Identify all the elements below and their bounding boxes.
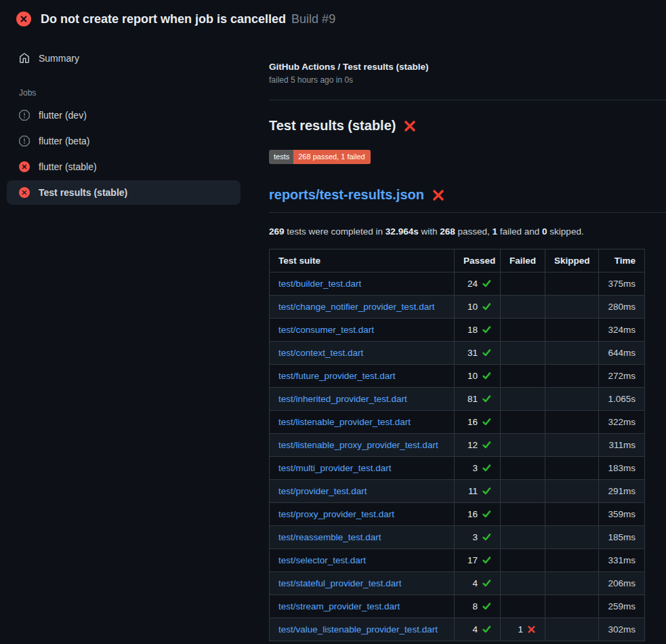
cell-time: 644ms [599, 342, 645, 365]
cell-time: 324ms [599, 319, 645, 342]
cell-passed: 3 [455, 457, 501, 480]
github-checks-page: Do not create report when job is cancell… [0, 0, 666, 641]
check-icon [482, 555, 491, 565]
test-suite-link[interactable]: test/listenable_provider_test.dart [278, 417, 411, 427]
cell-skipped [545, 388, 599, 411]
cell-passed: 81 [455, 388, 501, 411]
failed-status-icon [19, 187, 30, 198]
check-icon [482, 601, 491, 611]
check-icon [482, 532, 491, 542]
check-suite-header: Do not create report when job is cancell… [0, 0, 666, 37]
test-suite-link[interactable]: test/stream_provider_test.dart [278, 601, 400, 611]
cell-time: 280ms [599, 296, 645, 319]
cell-skipped [545, 296, 599, 319]
badge-value: 268 passed, 1 failed [293, 150, 370, 164]
test-suite-link[interactable]: test/change_notifier_provider_test.dart [278, 302, 434, 312]
cell-failed [501, 273, 545, 296]
test-suite-link[interactable]: test/context_test.dart [278, 348, 363, 358]
test-suite-link[interactable]: test/multi_provider_test.dart [278, 463, 392, 473]
col-header-time: Time [599, 249, 645, 273]
col-header-passed: Passed [455, 249, 501, 273]
sidebar-job-item[interactable]: flutter (beta) [7, 129, 241, 153]
test-suite-link[interactable]: test/provider_test.dart [278, 486, 367, 496]
page-title: Do not create report when job is cancell… [41, 12, 335, 26]
cell-failed [501, 595, 545, 618]
table-row: test/consumer_test.dart 18 324ms [270, 319, 645, 342]
cell-time: 272ms [599, 365, 645, 388]
col-header-failed: Failed [501, 249, 545, 273]
test-suite-link[interactable]: test/proxy_provider_test.dart [278, 509, 394, 519]
sidebar-job-item[interactable]: flutter (dev) [7, 103, 241, 127]
section-title-text: Test results (stable) [269, 118, 396, 134]
sidebar: Summary Jobs flutter (dev) flutter (beta… [0, 37, 247, 206]
col-header-test-suite: Test suite [270, 249, 455, 273]
test-suite-link[interactable]: test/builder_test.dart [278, 279, 361, 289]
cell-failed [501, 434, 545, 457]
run-meta: failed 5 hours ago in 0s [269, 75, 666, 85]
cell-passed: 12 [455, 434, 501, 457]
summary-text: 269 tests were completed in 32.964s with… [269, 226, 666, 237]
table-row: test/value_listenable_provider_test.dart… [270, 618, 645, 641]
cell-failed [501, 549, 545, 572]
cancelled-icon [19, 136, 30, 146]
cell-test-suite: test/provider_test.dart [270, 480, 455, 503]
check-icon [482, 325, 491, 334]
cancelled-icon [19, 110, 30, 121]
table-row: test/provider_test.dart 11 291ms [270, 480, 645, 503]
test-suite-link[interactable]: test/stateful_provider_test.dart [278, 578, 402, 588]
cell-time: 331ms [599, 549, 645, 572]
job-label: flutter (beta) [39, 136, 89, 146]
cell-time: 206ms [599, 572, 645, 595]
cell-passed: 3 [455, 526, 501, 549]
report-file-link[interactable]: reports/test-results.json [269, 187, 424, 203]
cell-failed [501, 411, 545, 434]
cell-skipped [545, 319, 599, 342]
cell-failed [501, 319, 545, 342]
table-row: test/stream_provider_test.dart 8 259ms [270, 595, 645, 618]
cell-test-suite: test/selector_test.dart [270, 549, 455, 572]
test-suite-link[interactable]: test/consumer_test.dart [278, 325, 374, 335]
cell-failed [501, 526, 545, 549]
cell-passed: 16 [455, 503, 501, 526]
cell-test-suite: test/context_test.dart [270, 342, 455, 365]
divider [269, 100, 666, 100]
cell-skipped [545, 365, 599, 388]
table-row: test/proxy_provider_test.dart 16 359ms [270, 503, 645, 526]
sidebar-item-summary[interactable]: Summary [7, 46, 241, 71]
check-icon [482, 302, 491, 311]
cell-passed: 11 [455, 480, 501, 503]
test-suite-link[interactable]: test/listenable_proxy_provider_test.dart [278, 440, 438, 450]
sidebar-job-item[interactable]: flutter (stable) [7, 155, 241, 179]
table-row: test/stateful_provider_test.dart 4 206ms [270, 572, 645, 595]
cell-skipped [545, 457, 599, 480]
cell-passed: 10 [455, 296, 501, 319]
cell-passed: 31 [455, 342, 501, 365]
test-suite-link[interactable]: test/inherited_provider_test.dart [278, 394, 407, 404]
cell-test-suite: test/reassemble_test.dart [270, 526, 455, 549]
check-suite-title: Do not create report when job is cancell… [41, 12, 286, 26]
cell-passed: 8 [455, 595, 501, 618]
table-header-row: Test suite Passed Failed Skipped Time [270, 249, 645, 273]
test-suite-link[interactable]: test/future_provider_test.dart [278, 371, 396, 381]
cell-time: 1.065s [599, 388, 645, 411]
check-icon [482, 394, 491, 403]
test-suite-link[interactable]: test/reassemble_test.dart [278, 532, 381, 542]
cell-test-suite: test/builder_test.dart [270, 273, 455, 296]
sidebar-job-item[interactable]: Test results (stable) [7, 180, 241, 205]
cell-failed [501, 342, 545, 365]
failed-status-icon [19, 161, 30, 172]
cell-time: 259ms [599, 595, 645, 618]
cell-skipped [545, 342, 599, 365]
cell-passed: 17 [455, 549, 501, 572]
home-icon [19, 53, 30, 64]
cell-test-suite: test/value_listenable_provider_test.dart [270, 618, 455, 641]
tests-badge: tests 268 passed, 1 failed [269, 150, 371, 164]
test-suite-link[interactable]: test/value_listenable_provider_test.dart [278, 624, 438, 635]
check-icon [482, 509, 491, 519]
cell-test-suite: test/stateful_provider_test.dart [270, 572, 455, 595]
cell-skipped [545, 572, 599, 595]
test-suite-link[interactable]: test/selector_test.dart [278, 555, 366, 565]
cell-skipped [545, 273, 599, 296]
cell-passed: 4 [455, 572, 501, 595]
check-run-panel: GitHub Actions / Test results (stable) f… [247, 37, 666, 641]
